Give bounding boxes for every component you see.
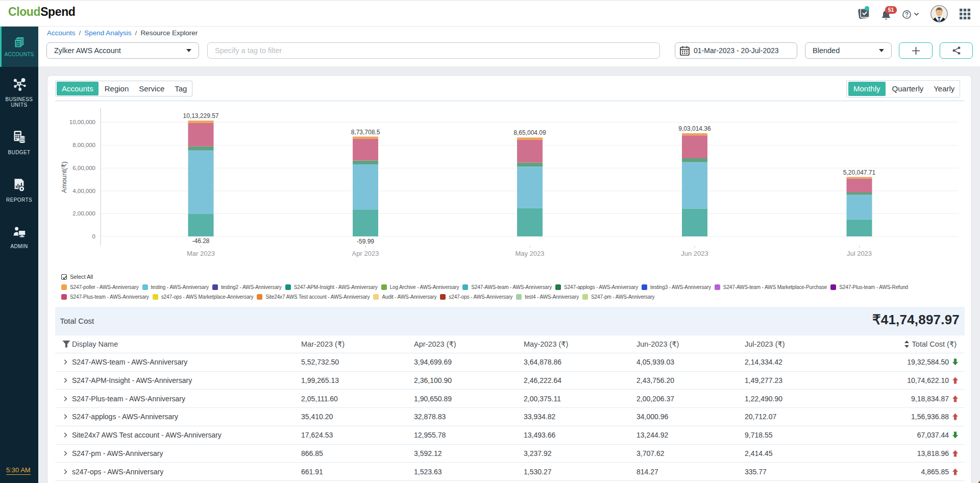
svg-text:0: 0 xyxy=(92,233,95,239)
svg-text:Amount(₹): Amount(₹) xyxy=(60,161,68,193)
svg-text:Apr 2023: Apr 2023 xyxy=(352,250,379,257)
svg-text:9,03,014.36: 9,03,014.36 xyxy=(678,125,711,132)
svg-text:5,20,047.71: 5,20,047.71 xyxy=(843,169,876,176)
svg-text:Jul 2023: Jul 2023 xyxy=(847,250,872,257)
svg-text:4,00,000: 4,00,000 xyxy=(72,188,95,194)
svg-text:2,00,000: 2,00,000 xyxy=(72,210,95,216)
svg-text:-59.99: -59.99 xyxy=(357,238,374,245)
svg-text:May 2023: May 2023 xyxy=(515,250,544,257)
svg-text:-46.28: -46.28 xyxy=(192,237,209,245)
svg-text:Mar 2023: Mar 2023 xyxy=(187,250,215,257)
svg-text:10,13,229.57: 10,13,229.57 xyxy=(183,112,218,119)
svg-text:10,00,000: 10,00,000 xyxy=(69,119,95,125)
svg-text:8,65,004.09: 8,65,004.09 xyxy=(513,129,546,136)
svg-text:6,00,000: 6,00,000 xyxy=(72,165,95,171)
svg-text:8,73,708.5: 8,73,708.5 xyxy=(351,129,380,136)
svg-text:Jun 2023: Jun 2023 xyxy=(681,250,708,257)
svg-text:8,00,000: 8,00,000 xyxy=(72,142,95,148)
